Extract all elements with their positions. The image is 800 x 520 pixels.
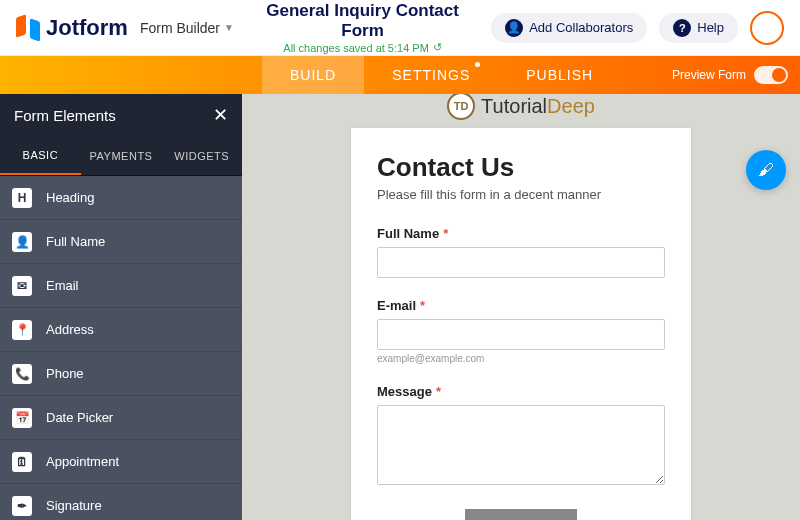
element-item-heading[interactable]: HHeading <box>0 176 242 220</box>
save-status: All changes saved at 5:14 PM ↺ <box>246 41 479 54</box>
form-title[interactable]: General Inquiry Contact Form <box>246 1 479 41</box>
logo-text: Jotform <box>46 15 128 41</box>
avatar[interactable] <box>750 11 784 45</box>
paint-roller-icon: 🖌 <box>758 161 774 179</box>
close-icon[interactable]: ✕ <box>213 104 228 126</box>
required-mark: * <box>420 298 425 313</box>
field-e-mail: E-mail*example@example.com <box>377 298 665 364</box>
form-card[interactable]: Contact Us Please fill this form in a de… <box>351 128 691 520</box>
element-icon: 👤 <box>12 232 32 252</box>
preview-toggle[interactable]: Preview Form <box>672 66 788 84</box>
form-heading: Contact Us <box>377 152 665 183</box>
element-label: Appointment <box>46 454 119 469</box>
field-message: Message* <box>377 384 665 489</box>
element-item-date-picker[interactable]: 📅Date Picker <box>0 396 242 440</box>
required-mark: * <box>436 384 441 399</box>
element-label: Signature <box>46 498 102 513</box>
paint-fab[interactable]: 🖌 <box>746 150 786 190</box>
brand-logo: TD TutorialDeep <box>447 94 595 120</box>
element-item-signature[interactable]: ✒Signature <box>0 484 242 520</box>
tab-build[interactable]: BUILD <box>262 56 364 94</box>
field-hint: example@example.com <box>377 353 665 364</box>
toggle-switch[interactable] <box>754 66 788 84</box>
element-label: Full Name <box>46 234 105 249</box>
title-block: General Inquiry Contact Form All changes… <box>246 1 479 54</box>
element-label: Phone <box>46 366 84 381</box>
add-collaborators-button[interactable]: 👤 Add Collaborators <box>491 13 647 43</box>
element-label: Address <box>46 322 94 337</box>
element-icon: ✉ <box>12 276 32 296</box>
field-input[interactable] <box>377 319 665 350</box>
element-icon: 📞 <box>12 364 32 384</box>
field-input[interactable] <box>377 405 665 485</box>
element-icon: 🗓 <box>12 452 32 472</box>
help-icon: ? <box>673 19 691 37</box>
field-label: Full Name* <box>377 226 665 241</box>
notification-dot-icon <box>475 62 480 67</box>
element-item-appointment[interactable]: 🗓Appointment <box>0 440 242 484</box>
element-label: Heading <box>46 190 94 205</box>
tab-settings[interactable]: SETTINGS <box>364 56 498 94</box>
element-label: Date Picker <box>46 410 113 425</box>
sidebar-tab-basic[interactable]: BASIC <box>0 136 81 175</box>
element-icon: ✒ <box>12 496 32 516</box>
element-item-full-name[interactable]: 👤Full Name <box>0 220 242 264</box>
tab-publish[interactable]: PUBLISH <box>498 56 621 94</box>
chevron-down-icon: ▼ <box>224 22 234 33</box>
submit-button[interactable]: SUBMIT <box>465 509 576 520</box>
field-label: E-mail* <box>377 298 665 313</box>
element-item-email[interactable]: ✉Email <box>0 264 242 308</box>
element-item-phone[interactable]: 📞Phone <box>0 352 242 396</box>
element-label: Email <box>46 278 79 293</box>
element-item-address[interactable]: 📍Address <box>0 308 242 352</box>
sidebar-tab-widgets[interactable]: WIDGETS <box>161 136 242 175</box>
logo[interactable]: Jotform <box>16 15 128 41</box>
element-icon: 📍 <box>12 320 32 340</box>
element-icon: 📅 <box>12 408 32 428</box>
form-subheading: Please fill this form in a decent manner <box>377 187 665 202</box>
element-icon: H <box>12 188 32 208</box>
sidebar-tab-payments[interactable]: PAYMENTS <box>81 136 162 175</box>
field-label: Message* <box>377 384 665 399</box>
field-input[interactable] <box>377 247 665 278</box>
undo-icon[interactable]: ↺ <box>433 41 442 54</box>
logo-icon <box>16 16 40 40</box>
help-button[interactable]: ? Help <box>659 13 738 43</box>
sidebar-title: Form Elements <box>14 107 116 124</box>
field-full-name: Full Name* <box>377 226 665 278</box>
form-builder-dropdown[interactable]: Form Builder ▼ <box>140 20 234 36</box>
user-icon: 👤 <box>505 19 523 37</box>
brand-mark-icon: TD <box>447 94 475 120</box>
required-mark: * <box>443 226 448 241</box>
